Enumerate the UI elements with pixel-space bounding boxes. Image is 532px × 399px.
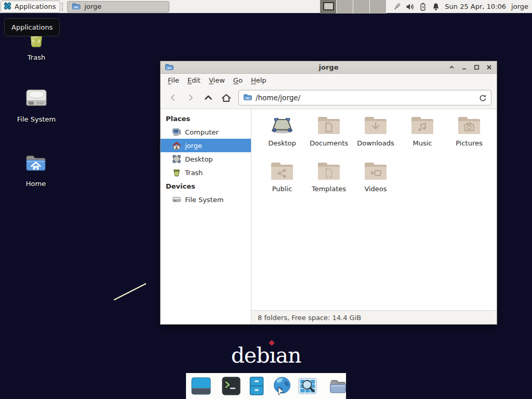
menu-edit[interactable]: Edit [183, 75, 205, 86]
folder-icon [72, 2, 81, 11]
folder-camera-icon [456, 114, 482, 138]
folder-download-icon [363, 114, 389, 138]
desktop-icon-file-system[interactable]: File System [11, 86, 62, 123]
file-item-music[interactable]: Music [399, 114, 446, 160]
file-item-templates[interactable]: Templates [305, 160, 352, 206]
sidebar-item-computer[interactable]: Computer [161, 125, 251, 139]
volume-icon[interactable] [406, 3, 414, 11]
menu-file[interactable]: File [164, 75, 183, 86]
shade-button[interactable] [448, 64, 455, 71]
window-title: jorge [161, 63, 497, 71]
taskbar-window-button[interactable]: jorge [67, 1, 169, 12]
menu-view[interactable]: View [205, 75, 229, 86]
desktop-sb-icon [172, 154, 181, 164]
dock-directory-menu-icon[interactable] [327, 376, 348, 396]
workspace-3[interactable] [353, 0, 370, 14]
sidebar-item-file-system[interactable]: File System [161, 193, 251, 206]
file-item-pictures[interactable]: Pictures [446, 114, 493, 160]
desktop-icon-home[interactable]: Home [10, 151, 61, 188]
dock-app-finder-icon[interactable] [297, 376, 318, 396]
desktop-icon-label: File System [17, 115, 56, 123]
forward-button[interactable] [183, 90, 198, 105]
window-titlebar[interactable]: jorge [161, 61, 497, 74]
menubar: FileEditViewGoHelp [161, 74, 497, 87]
home-big-icon [23, 151, 48, 177]
panel-grip[interactable] [62, 3, 64, 11]
folder-template-icon [316, 160, 342, 183]
dock-terminal-icon[interactable] [221, 376, 242, 396]
battery-icon[interactable] [419, 3, 427, 11]
trash-sb-icon [172, 168, 181, 177]
dock-web-browser-icon[interactable] [272, 376, 292, 396]
path-text: /home/jorge/ [256, 94, 300, 102]
sidebar-header-devices: Devices [161, 179, 251, 193]
user-action-button[interactable]: jorge [511, 3, 528, 10]
sidebar: PlacesComputerjorgeDesktopTrashDevicesFi… [161, 109, 251, 324]
dock-file-manager-icon[interactable] [246, 376, 267, 396]
folder-doc-icon [316, 114, 342, 138]
file-item-label: Desktop [268, 139, 296, 147]
workspace-4[interactable] [370, 0, 387, 14]
folder-share-icon [269, 160, 295, 183]
file-item-videos[interactable]: Videos [352, 160, 399, 206]
taskbar-window-label: jorge [84, 3, 101, 10]
dock-show-desktop-icon[interactable] [191, 376, 211, 396]
file-item-label: Pictures [456, 139, 482, 147]
desktop-icon-label: Trash [28, 54, 45, 61]
system-tray [393, 3, 440, 11]
file-manager-window: jorge FileEditViewGoHelp /home/jorge/ Pl… [160, 61, 497, 325]
file-item-label: Public [272, 185, 292, 193]
file-item-desktop[interactable]: Desktop [259, 114, 305, 160]
debian-logo-text: debıan [231, 343, 301, 368]
clock[interactable]: Sun 25 Apr, 10:06 [445, 3, 506, 10]
sidebar-item-label: Computer [185, 128, 219, 136]
file-item-downloads[interactable]: Downloads [352, 114, 399, 160]
sidebar-item-trash[interactable]: Trash [161, 166, 251, 179]
workspace-1[interactable] [320, 0, 337, 14]
file-item-public[interactable]: Public [259, 160, 305, 206]
menu-help[interactable]: Help [247, 75, 271, 86]
tooltip-text: Applications [11, 23, 52, 31]
sidebar-item-desktop[interactable]: Desktop [161, 152, 251, 166]
xfce-menu-icon [3, 2, 12, 12]
back-button[interactable] [166, 90, 180, 105]
close-button[interactable] [486, 64, 493, 71]
workspace-switcher [320, 0, 387, 14]
file-item-label: Videos [364, 185, 387, 193]
debian-logo: debıan [0, 343, 532, 368]
reload-icon[interactable] [478, 94, 487, 102]
desktop-icon-label: Home [26, 180, 46, 188]
file-item-label: Downloads [357, 139, 394, 147]
up-button[interactable] [201, 90, 216, 105]
home-button[interactable] [219, 90, 233, 105]
workspace-2[interactable] [337, 0, 353, 14]
minimize-button[interactable] [461, 64, 468, 71]
top-panel: Applications jorge Sun 25 Apr, 10:06 jor… [0, 0, 532, 14]
file-item-documents[interactable]: Documents [305, 114, 352, 160]
maximize-button[interactable] [473, 64, 480, 71]
path-input[interactable]: /home/jorge/ [238, 90, 491, 105]
sidebar-item-label: jorge [185, 142, 202, 150]
applications-menu-label: Applications [15, 3, 56, 10]
debian-i: ı [269, 343, 275, 368]
menu-go[interactable]: Go [229, 75, 247, 86]
sidebar-item-jorge[interactable]: jorge [161, 139, 251, 152]
airbrush-icon[interactable] [393, 3, 401, 11]
paint-stroke-artifact [113, 283, 147, 300]
notifications-icon[interactable] [432, 3, 440, 11]
folder-video-icon [363, 160, 389, 183]
statusbar-text: 8 folders, Free space: 14.4 GiB [258, 314, 361, 322]
statusbar: 8 folders, Free space: 14.4 GiB [251, 310, 497, 324]
sidebar-header-places: Places [161, 112, 251, 125]
sidebar-item-label: Trash [185, 169, 203, 177]
dock-panel [186, 373, 346, 399]
file-grid: DesktopDocumentsDownloadsMusicPicturesPu… [251, 109, 497, 310]
applications-tooltip: Applications [4, 18, 60, 36]
debian-diamond-icon [269, 340, 275, 345]
window-folder-icon [165, 63, 174, 72]
drive-big-icon [24, 86, 49, 113]
computer-icon [172, 127, 181, 137]
applications-menu-button[interactable]: Applications [1, 1, 60, 13]
toolbar: /home/jorge/ [161, 87, 497, 109]
drive-sb-icon [172, 195, 181, 204]
